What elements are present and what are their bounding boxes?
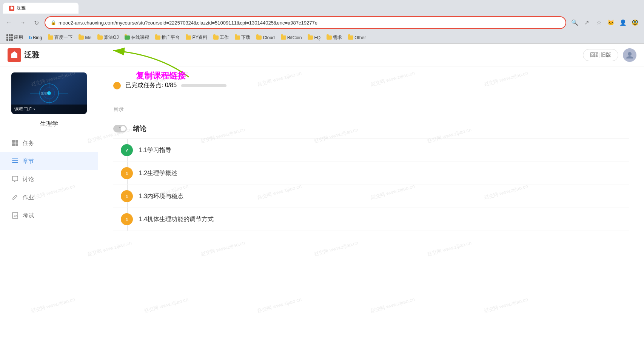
bookmark-download[interactable]: 下载 bbox=[232, 33, 253, 42]
bookmark-fq[interactable]: FQ bbox=[305, 34, 323, 42]
pencil-icon bbox=[11, 194, 19, 201]
bookmark-py-label: PY资料 bbox=[192, 34, 207, 41]
toc-label: 目录 bbox=[113, 106, 629, 113]
folder-icon bbox=[256, 35, 262, 40]
bookmark-work-label: 工作 bbox=[220, 34, 229, 41]
bookmark-download-label: 下载 bbox=[241, 34, 250, 41]
lesson-badge-pending: 1 bbox=[121, 190, 133, 202]
lesson-title: 1.2生理学概述 bbox=[139, 169, 177, 177]
sidebar-exam-label: 考试 bbox=[23, 212, 34, 219]
folder-icon bbox=[155, 35, 160, 40]
tab-title: 泛雅 bbox=[17, 5, 26, 11]
bookmark-other[interactable]: Other bbox=[345, 34, 368, 42]
extensions-button[interactable]: 👤 bbox=[618, 17, 628, 28]
bookmark-bitcoin[interactable]: BitCoin bbox=[278, 34, 305, 42]
course-thumb-overlay: 课程门户 › bbox=[11, 105, 87, 114]
sidebar-tasks-label: 任务 bbox=[23, 140, 34, 147]
bookmark-online-course[interactable]: 在线课程 bbox=[122, 33, 152, 42]
folder-icon bbox=[97, 35, 103, 40]
sidebar-item-tasks[interactable]: 任务 bbox=[0, 134, 98, 152]
bookmark-fq-label: FQ bbox=[314, 35, 320, 40]
folder-icon bbox=[79, 35, 84, 40]
bookmark-algo-label: 算法OJ bbox=[104, 34, 119, 41]
bookmark-algo[interactable]: 算法OJ bbox=[95, 33, 121, 42]
content-inner: 已完成任务点: 0/85 目录 1 绪论 bbox=[104, 72, 638, 337]
active-tab[interactable]: 泛雅 bbox=[3, 3, 79, 14]
lesson-title: 1.4机体生理功能的调节方式 bbox=[139, 215, 214, 223]
address-bar[interactable]: 🔒 mooc2-ans.chaoxing.com/mycourse/stu?co… bbox=[45, 16, 566, 29]
svg-rect-11 bbox=[15, 140, 18, 143]
apps-grid-icon bbox=[6, 34, 13, 41]
lesson-badge-pending: 1 bbox=[121, 213, 133, 225]
logo-icon bbox=[8, 48, 21, 62]
bookmark-button[interactable]: ☆ bbox=[593, 17, 604, 28]
incognito-button[interactable]: 🥸 bbox=[630, 17, 640, 28]
lesson-item[interactable]: 1 1.2生理学概述 bbox=[113, 162, 629, 185]
lock-icon: 🔒 bbox=[51, 20, 56, 25]
sidebar-item-discussion[interactable]: 讨论 bbox=[0, 170, 98, 188]
chapter-item: 1 绪论 ✓ 1.1学习指导 1 1.2生理学概述 bbox=[113, 119, 629, 231]
lesson-title: 1.3内环境与稳态 bbox=[139, 192, 183, 200]
logo-area: 泛雅 bbox=[8, 48, 39, 62]
back-button[interactable]: ← bbox=[4, 17, 14, 28]
grid-icon bbox=[11, 139, 19, 147]
user-avatar[interactable] bbox=[623, 48, 636, 62]
old-version-button[interactable]: 回到旧版 bbox=[583, 49, 618, 61]
bookmark-promotion[interactable]: 推广平台 bbox=[153, 33, 182, 42]
svg-rect-12 bbox=[12, 143, 15, 146]
forward-button[interactable]: → bbox=[17, 17, 28, 28]
folder-icon-green bbox=[125, 35, 130, 40]
lesson-title: 1.1学习指导 bbox=[139, 146, 171, 154]
lesson-item[interactable]: ✓ 1.1学习指导 bbox=[113, 139, 629, 162]
profile-emoji-button[interactable]: 🐱 bbox=[605, 17, 616, 28]
bookmark-cloud[interactable]: Cloud bbox=[254, 34, 277, 42]
svg-rect-10 bbox=[12, 140, 15, 143]
bookmark-online-course-label: 在线课程 bbox=[131, 34, 149, 41]
chat-icon bbox=[11, 175, 19, 183]
apps-label: 应用 bbox=[14, 34, 23, 41]
svg-rect-14 bbox=[12, 158, 18, 159]
course-thumbnail[interactable]: 生理学 课程门户 › bbox=[11, 72, 87, 114]
lesson-item[interactable]: 1 1.3内环境与稳态 bbox=[113, 185, 629, 208]
progress-bar-wrap bbox=[181, 84, 226, 87]
bookmark-py[interactable]: PY资料 bbox=[183, 33, 210, 42]
bookmark-promotion-label: 推广平台 bbox=[162, 34, 180, 41]
search-button[interactable]: 🔍 bbox=[569, 17, 580, 28]
addressbar-row: ← → ↻ 🔒 mooc2-ans.chaoxing.com/mycourse/… bbox=[0, 14, 644, 32]
chapter-num: 1 bbox=[119, 126, 121, 131]
bookmark-demand[interactable]: 需求 bbox=[324, 33, 345, 42]
bookmark-demand-label: 需求 bbox=[333, 34, 342, 41]
bookmark-baidu[interactable]: 百度一下 bbox=[45, 33, 75, 42]
sidebar-discussion-label: 讨论 bbox=[23, 176, 34, 183]
list-icon bbox=[11, 157, 19, 165]
address-text: mooc2-ans.chaoxing.com/mycourse/stu?cour… bbox=[59, 20, 560, 26]
sidebar-item-exam[interactable]: 100 考试 bbox=[0, 206, 98, 225]
bookmark-other-label: Other bbox=[354, 35, 366, 40]
lesson-item[interactable]: 1 1.4机体生理功能的调节方式 bbox=[113, 208, 629, 231]
folder-icon bbox=[281, 35, 286, 40]
bookmark-apps[interactable]: 应用 bbox=[4, 33, 26, 42]
progress-dot bbox=[113, 82, 121, 89]
bookmark-bitcoin-label: BitCoin bbox=[287, 35, 302, 40]
chapter-header[interactable]: 1 绪论 bbox=[113, 119, 629, 139]
page-header: 泛雅 复制课程链接 回到旧版 bbox=[0, 44, 644, 66]
bookmark-cloud-label: Cloud bbox=[263, 35, 274, 40]
logo-text: 泛雅 bbox=[24, 50, 39, 60]
bing-icon: b bbox=[29, 35, 32, 40]
reload-button[interactable]: ↻ bbox=[31, 17, 42, 28]
folder-icon bbox=[186, 35, 191, 40]
browser-actions: 🔍 ↗ ☆ 🐱 👤 🥸 bbox=[569, 17, 640, 28]
folder-icon bbox=[308, 35, 313, 40]
sidebar-chapters-label: 章节 bbox=[23, 158, 34, 165]
bookmark-work[interactable]: 工作 bbox=[211, 33, 231, 42]
bookmark-me[interactable]: Me bbox=[76, 34, 94, 42]
folder-icon bbox=[235, 35, 240, 40]
exam-icon: 100 bbox=[11, 212, 19, 219]
folder-icon bbox=[348, 35, 353, 40]
bookmark-bing-label: Bing bbox=[33, 35, 42, 40]
sidebar: 生理学 课程门户 › 生理学 任务 bbox=[0, 66, 98, 340]
bookmark-bing[interactable]: b Bing bbox=[26, 34, 45, 42]
share-button[interactable]: ↗ bbox=[581, 17, 592, 28]
sidebar-item-chapters[interactable]: 章节 bbox=[0, 152, 98, 170]
sidebar-item-homework[interactable]: 作业 bbox=[0, 188, 98, 206]
